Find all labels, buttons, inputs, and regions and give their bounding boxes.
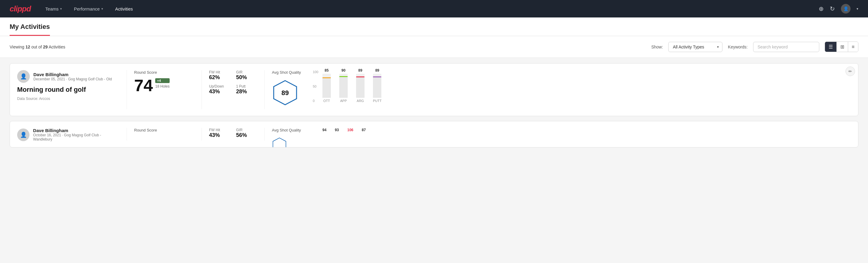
bar-arg-fill (356, 77, 365, 98)
card-divider-1 (127, 70, 127, 109)
card-score-2: Round Score (134, 128, 194, 135)
updown-label: Up/Down (209, 84, 230, 88)
stats-grid-2: FW Hit 43% GIR 56% (209, 128, 257, 139)
show-label: Show: (651, 45, 663, 49)
list-view-icon: ☰ (829, 44, 833, 49)
user-name: Dave Billingham (33, 72, 112, 77)
y-50: 50 (313, 85, 318, 88)
grid-view-toggle[interactable]: ⊞ (837, 42, 848, 52)
stat-gir: GIR 50% (236, 70, 257, 81)
bar-ott: 85 OTT (322, 68, 331, 103)
card-chart: 100 50 0 85 OTT (308, 70, 851, 109)
bar-ott-value: 85 (324, 68, 329, 72)
bar-arg-2: 106 (347, 128, 353, 132)
fw-hit-label-2: FW Hit (209, 128, 230, 132)
card-score: Round Score 74 +4 18 Holes (134, 70, 194, 94)
logo[interactable]: clippd (10, 4, 31, 13)
refresh-icon[interactable]: ↻ (830, 5, 835, 12)
stat-fw-hit-2: FW Hit 43% (209, 128, 230, 139)
hexagon-container: 89 (272, 80, 298, 106)
card-chart-2: 94 93 106 87 (308, 128, 851, 132)
user-avatar-2: 👤 (17, 128, 29, 141)
hexagon-svg: 89 (272, 80, 298, 106)
activities-list: 👤 Dave Billingham December 05, 2021 · Go… (0, 58, 868, 158)
nav-teams-label: Teams (45, 6, 59, 11)
svg-text:89: 89 (281, 89, 289, 96)
bar-putt-value: 89 (375, 68, 379, 72)
bar-putt-track (373, 74, 381, 98)
bar-arg-value: 89 (358, 68, 362, 72)
card-stats: FW Hit 62% GIR 50% Up/Down 43% 1 Putt 28… (209, 70, 257, 95)
stat-one-putt: 1 Putt 28% (236, 84, 257, 95)
avg-quality-label: Avg Shot Quality (272, 70, 301, 75)
navbar: clippd Teams ▾ Performance ▾ Activities … (0, 0, 868, 18)
gir-label: GIR (236, 70, 257, 74)
nav-activities[interactable]: Activities (114, 4, 134, 14)
gir-value: 50% (236, 74, 257, 81)
stats-grid: FW Hit 62% GIR 50% Up/Down 43% 1 Putt 28… (209, 70, 257, 95)
search-input[interactable] (753, 42, 819, 52)
round-score-label-2: Round Score (134, 128, 194, 133)
bar-app-value-2: 93 (335, 128, 339, 132)
stat-fw-hit: FW Hit 62% (209, 70, 230, 81)
chart-wrapper: 100 50 0 85 OTT (313, 70, 851, 109)
fw-hit-value-2: 43% (209, 132, 230, 139)
stat-updown: Up/Down 43% (209, 84, 230, 95)
nav-teams[interactable]: Teams ▾ (44, 4, 63, 14)
bar-arg-value-2: 106 (347, 128, 353, 132)
one-putt-value: 28% (236, 88, 257, 95)
card-quality-2: Avg Shot Quality (272, 128, 308, 147)
bar-ott-top (322, 77, 331, 78)
bar-putt-top (373, 77, 381, 77)
filter-bar: Viewing 12 out of 29 Activities Show: Al… (0, 36, 868, 58)
avg-quality-label-2: Avg Shot Quality (272, 128, 301, 133)
activity-type-select[interactable]: All Activity Types (668, 42, 722, 52)
list-view-toggle[interactable]: ☰ (825, 42, 837, 52)
keywords-label: Keywords: (728, 45, 747, 49)
user-avatar: 👤 (17, 70, 30, 83)
svg-marker-2 (273, 138, 286, 147)
bar-ott-track (322, 74, 331, 98)
avatar[interactable]: 👤 (841, 4, 850, 13)
viewing-text: Viewing 12 out of 29 Activities (10, 45, 646, 49)
activity-title: Morning round of golf (17, 86, 119, 94)
viewing-mid: out of (30, 45, 43, 49)
bar-app-top (339, 76, 348, 77)
card-stats-2: FW Hit 43% GIR 56% (209, 128, 257, 139)
card-divider-2-2 (202, 128, 202, 141)
activity-type-select-wrapper: All Activity Types ▾ (668, 42, 722, 52)
page-title: My Activities (10, 23, 50, 36)
avatar-icon: 👤 (843, 6, 848, 11)
viewing-count: 12 (26, 45, 30, 49)
hexagon-svg-2 (272, 137, 287, 147)
score-big: 74 +4 18 Holes (134, 77, 194, 94)
viewing-prefix: Viewing (10, 45, 26, 49)
bar-putt-fill (373, 77, 381, 98)
bar-app-label: APP (340, 99, 347, 103)
avatar-person-icon: 👤 (20, 73, 27, 80)
edit-button[interactable]: ✏ (845, 66, 855, 76)
viewing-suffix: Activities (48, 45, 65, 49)
bar-ott-label: OTT (323, 99, 330, 103)
bar-app-2: 93 (335, 128, 339, 132)
bar-putt-label: PUTT (373, 99, 382, 103)
updown-value: 43% (209, 88, 230, 95)
grid-view-icon: ⊞ (840, 44, 844, 49)
fw-hit-value: 62% (209, 74, 230, 81)
user-chevron-icon[interactable]: ▾ (857, 7, 858, 11)
performance-chevron-icon: ▾ (101, 7, 103, 11)
viewing-total: 29 (43, 45, 48, 49)
compact-view-toggle[interactable]: ≡ (848, 42, 858, 52)
bar-arg: 89 ARG (356, 68, 365, 103)
card-left-2: 👤 Dave Billingham October 16, 2021 · Gog… (17, 128, 119, 144)
add-icon[interactable]: ⊕ (819, 5, 824, 12)
user-name-2: Dave Billingham (33, 128, 119, 133)
bar-arg-label: ARG (357, 99, 364, 103)
activity-card-2: 👤 Dave Billingham October 16, 2021 · Gog… (10, 121, 858, 147)
bar-app-value: 90 (341, 68, 345, 72)
score-number: 74 (134, 77, 153, 94)
activity-card: 👤 Dave Billingham December 05, 2021 · Go… (10, 63, 858, 116)
user-row-2: 👤 Dave Billingham October 16, 2021 · Gog… (17, 128, 119, 141)
nav-performance[interactable]: Performance ▾ (73, 4, 104, 14)
nav-activities-label: Activities (115, 6, 133, 11)
